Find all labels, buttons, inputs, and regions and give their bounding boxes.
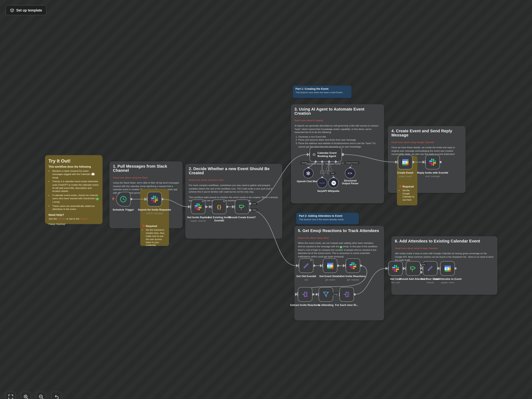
node-get-existing-invite-eventid[interactable]: ↻ {} xyxy=(212,200,227,214)
node-search-invite-requests[interactable] xyxy=(147,192,162,206)
fit-view-button[interactable] xyxy=(6,392,16,399)
section3-title: 3. Using AI Agent to Automate Event Crea… xyxy=(294,107,381,115)
node-get-invite-replies[interactable]: ↻ xyxy=(191,200,205,214)
edge-label-kept: Kept xyxy=(332,293,339,296)
workflow-canvas[interactable]: Set up template Try It Out! This workflo… xyxy=(0,0,532,399)
node-label: Reply Invite with EventId xyxy=(416,171,449,175)
node-is-attending[interactable] xyxy=(319,287,333,302)
section2-body-1: For more complex workflows, sometimes yo… xyxy=(189,184,279,193)
node-add-attendee-to-event[interactable] xyxy=(440,261,455,276)
node-sublabel: post: message xyxy=(416,175,449,177)
google-calendar-icon xyxy=(326,262,334,269)
node-get-invite-reactions[interactable] xyxy=(346,258,360,273)
node-get-user[interactable] xyxy=(388,261,403,276)
google-calendar-icon xyxy=(402,158,409,166)
node-label: Search for Invite Requests xyxy=(138,209,171,212)
required-slack-title: Required xyxy=(143,224,167,228)
calendar-emoji xyxy=(92,173,94,175)
section5-title: 5. Get Emoji Reactions to Track Attendee… xyxy=(298,228,381,233)
required-slack-bullet: Set the channel to monitor here. Also, m… xyxy=(146,228,167,247)
zoom-out-button[interactable] xyxy=(36,392,46,399)
undo-button[interactable] xyxy=(51,392,61,399)
node-wikipedia[interactable]: W xyxy=(328,178,339,188)
node-sublabel: get: reaction xyxy=(336,279,370,281)
port-pill-tool: Tool xyxy=(329,172,336,175)
tryout-bullets: Monitors a slack channel for event messa… xyxy=(49,169,99,211)
setup-template-label: Set up template xyxy=(16,8,42,12)
node-serpapi[interactable]: SerpApi xyxy=(317,178,327,188)
openai-icon: ✻ xyxy=(306,171,310,176)
section4-link[interactable]: Read more about using Google Calendar xyxy=(391,141,434,144)
node-label: OpenAI Chat Model xyxy=(296,180,320,183)
part1-body: This branch runs when we have a new Even… xyxy=(296,91,349,94)
node-openai-chat-model[interactable]: ✻ xyxy=(303,168,314,178)
node-should-create-event[interactable] xyxy=(235,200,249,214)
undo-icon xyxy=(54,394,59,399)
node-reply-invite-with-eventid[interactable] xyxy=(425,155,440,169)
signpost-icon xyxy=(238,203,246,211)
node-get-old-eventid[interactable]: ↻ xyxy=(299,258,314,273)
setup-template-button[interactable]: Set up template xyxy=(6,5,47,15)
port-label-chat-model: Chat Model xyxy=(306,163,317,165)
slack-icon xyxy=(429,159,436,165)
section1-title: 1. Pull Messages from Slack Channel xyxy=(113,164,179,172)
edge-label-false: false xyxy=(252,209,258,211)
node-label: Schedule Trigger xyxy=(107,209,140,212)
section1-link[interactable]: Read more about using the Slack xyxy=(113,176,148,179)
node-label: Structured Output Parser xyxy=(341,179,360,185)
zoom-out-icon xyxy=(39,394,44,399)
node-create-event[interactable] xyxy=(398,155,412,169)
section4-title: 4. Create Event and Send Reply Message xyxy=(391,129,462,137)
slack-icon xyxy=(151,196,158,203)
forum-link[interactable]: Forum! xyxy=(80,218,88,220)
sticky-try-it-out[interactable]: Try It Out! This workflow does the follo… xyxy=(45,155,102,224)
curly-braces-icon: {} xyxy=(217,204,222,210)
signpost-icon xyxy=(409,265,417,272)
clock-icon xyxy=(120,195,127,203)
port-pill-output-parser: Output Parser xyxy=(345,161,359,164)
section2-title: 2. Decide Whether a new Event Should Be … xyxy=(189,167,279,175)
serpapi-icon: SerpApi xyxy=(319,182,325,184)
retry-icon: ↻ xyxy=(310,259,312,262)
package-icon xyxy=(10,8,14,12)
node-for-each-user-id[interactable] xyxy=(339,287,354,302)
section3-link[interactable]: Read more about AI Agents xyxy=(294,119,323,122)
node-label: For Each User ID... xyxy=(330,304,363,307)
rotating-light-icon xyxy=(399,185,401,187)
node-label: Calendar Event Booking Agent xyxy=(317,151,339,158)
port-label-tool: Tool xyxy=(325,163,329,165)
fit-view-icon xyxy=(8,394,13,399)
robot-icon xyxy=(312,152,316,157)
funnel-icon xyxy=(323,291,329,298)
svg-text:W: W xyxy=(332,182,335,184)
retry-icon: ↻ xyxy=(202,200,204,203)
section5-link[interactable]: Read more about using Slack xyxy=(298,237,329,239)
section6-link[interactable]: Read more about using Google Calendar xyxy=(395,247,438,249)
split-out-icon xyxy=(302,291,309,298)
pencil-icon xyxy=(427,265,434,272)
section4-body: Once we have these details, we create th… xyxy=(391,146,462,156)
node-extract-invite-reactions[interactable] xyxy=(298,287,312,302)
node-sublabel: search: message xyxy=(138,212,171,215)
node-should-add-attendee[interactable] xyxy=(406,261,420,276)
part2-title: Part 2: Adding Attendees to Event xyxy=(299,215,356,218)
check-emoji: ✓ xyxy=(96,198,99,200)
node-get-event-details[interactable] xyxy=(323,258,337,273)
section5-body: When the event exists, we can instead st… xyxy=(298,241,381,258)
node-schedule-trigger[interactable] xyxy=(116,192,131,206)
discord-link[interactable]: Discord xyxy=(57,218,65,220)
sticky-part2[interactable]: Part 2: Adding Attendees to Event This b… xyxy=(296,213,359,224)
section6-body: n8n nodes make it easy to work with Goog… xyxy=(395,252,494,262)
part1-title: Part 1: Creating the Event xyxy=(296,87,349,90)
section2-link[interactable]: Read more about using the Code xyxy=(189,179,223,181)
add-memory-button[interactable]: + xyxy=(320,171,324,174)
sticky-part1[interactable]: Part 1: Creating the Event This branch r… xyxy=(293,86,352,98)
section6-title: 6. Add Attendees to Existing Calendar Ev… xyxy=(395,239,494,243)
edge-label-true-2: true xyxy=(421,263,427,266)
zoom-in-button[interactable] xyxy=(21,392,31,399)
node-calendar-event-booking-agent[interactable]: Calendar Event Booking Agent xyxy=(310,147,342,162)
retry-icon: ↻ xyxy=(223,200,225,203)
node-structured-output-parser[interactable]: <> xyxy=(345,168,355,178)
slack-icon xyxy=(195,203,202,210)
check-emoji: ✓ xyxy=(340,246,342,248)
